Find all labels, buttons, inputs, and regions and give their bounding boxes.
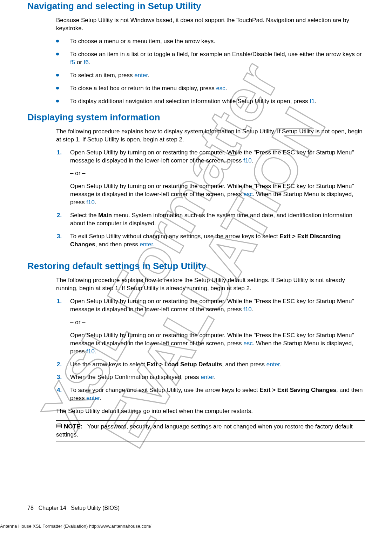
section-heading-restoring: Restoring default settings in Setup Util… — [27, 260, 365, 272]
numbered-list: Open Setup Utility by turning on or rest… — [57, 298, 365, 402]
text: Use the arrow keys to select — [70, 361, 147, 368]
text: . — [95, 348, 96, 355]
key-f10: f10 — [86, 348, 95, 355]
key-f10: f10 — [243, 157, 252, 164]
or-separator: – or – — [70, 169, 365, 178]
note-block: NOTE: Your password, security, and langu… — [56, 420, 365, 441]
paragraph: The Setup Utility default settings go in… — [56, 407, 365, 415]
text: , and then press — [95, 241, 140, 248]
paragraph: The following procedure explains how to … — [56, 128, 365, 144]
text: Open Setup Utility by turning on or rest… — [70, 149, 354, 164]
key-enter: enter — [266, 361, 280, 368]
bold-main: Main — [98, 212, 112, 219]
text: . — [214, 374, 216, 380]
paragraph: The following procedure explains how to … — [56, 277, 365, 293]
key-f1: f1 — [310, 98, 315, 105]
text: . — [252, 306, 254, 313]
text: To save your change and exit Setup Utili… — [70, 387, 259, 393]
text: To choose an item in a list or to toggle… — [70, 51, 362, 58]
text: . — [315, 98, 316, 105]
text: When the Setup Confirmation is displayed… — [70, 374, 201, 380]
list-item: To exit Setup Utility without changing a… — [57, 233, 365, 249]
key-enter: enter — [140, 241, 153, 248]
text: To choose a menu or a menu item, use the… — [70, 38, 215, 45]
note-text: Your password, security, and language se… — [56, 423, 353, 438]
page-number: 78 — [27, 505, 34, 511]
list-item: To choose a menu or a menu item, use the… — [56, 38, 365, 46]
bullet-list: To choose a menu or a menu item, use the… — [56, 38, 365, 106]
text: . — [89, 59, 90, 66]
list-item: Open Setup Utility by turning on or rest… — [57, 149, 365, 207]
list-item: Open Setup Utility by turning on or rest… — [57, 298, 365, 356]
section-heading-displaying: Displaying system information — [27, 111, 365, 124]
text: , and then press — [222, 361, 266, 368]
text: or — [75, 59, 84, 66]
key-f10: f10 — [243, 306, 252, 313]
text: To close a text box or return to the men… — [70, 85, 216, 92]
key-enter: enter — [201, 374, 214, 380]
or-separator: – or – — [70, 319, 365, 327]
text: . — [280, 361, 282, 368]
key-esc: esc — [243, 191, 252, 198]
key-f6: f6 — [84, 59, 89, 66]
text: . — [225, 85, 227, 92]
text: . — [252, 157, 254, 164]
page-footer: 78Chapter 14 Setup Utility (BIOS) — [27, 504, 120, 512]
list-item: To close a text box or return to the men… — [56, 85, 365, 93]
eval-footer: Antenna House XSL Formatter (Evaluation)… — [0, 523, 151, 529]
note-icon — [56, 423, 62, 430]
text: . — [95, 199, 96, 206]
text: menu. System information such as the sys… — [70, 212, 352, 227]
key-enter: enter — [134, 72, 148, 79]
key-enter: enter — [86, 395, 100, 401]
text: Select the — [70, 212, 98, 219]
list-item: To display additional navigation and sel… — [56, 98, 365, 106]
list-item: Use the arrow keys to select Exit > Load… — [57, 361, 365, 369]
key-esc: esc — [243, 340, 252, 347]
paragraph: Open Setup Utility by turning on or rest… — [70, 332, 365, 356]
list-item: To save your change and exit Setup Utili… — [57, 386, 365, 402]
text: Open Setup Utility by turning on or rest… — [70, 298, 354, 313]
text: To select an item, press — [70, 72, 134, 79]
text: . — [153, 241, 155, 248]
bold-exit-saving: Exit > Exit Saving Changes — [259, 387, 336, 393]
key-esc: esc — [216, 85, 225, 92]
bold-load-defaults: Exit > Load Setup Defaults — [147, 361, 222, 368]
list-item: To select an item, press enter. — [56, 72, 365, 80]
chapter-label: Chapter 14 — [39, 505, 66, 511]
list-item: When the Setup Confirmation is displayed… — [57, 373, 365, 381]
svg-rect-0 — [56, 424, 62, 428]
key-f10: f10 — [86, 199, 95, 206]
text: To display additional navigation and sel… — [70, 98, 310, 105]
section-heading-navigating: Navigating and selecting in Setup Utilit… — [27, 0, 365, 12]
paragraph: Because Setup Utility is not Windows bas… — [56, 16, 365, 33]
chapter-title: Setup Utility (BIOS) — [71, 505, 120, 511]
text: To exit Setup Utility without changing a… — [70, 233, 279, 240]
text: . — [100, 395, 101, 401]
list-item: To choose an item in a list or to toggle… — [56, 51, 365, 67]
text: . — [148, 72, 149, 79]
list-item: Select the Main menu. System information… — [57, 212, 365, 228]
numbered-list: Open Setup Utility by turning on or rest… — [57, 149, 365, 249]
note-label: NOTE: — [64, 423, 82, 430]
key-f5: f5 — [70, 59, 75, 66]
paragraph: Open Setup Utility by turning on or rest… — [70, 182, 365, 207]
